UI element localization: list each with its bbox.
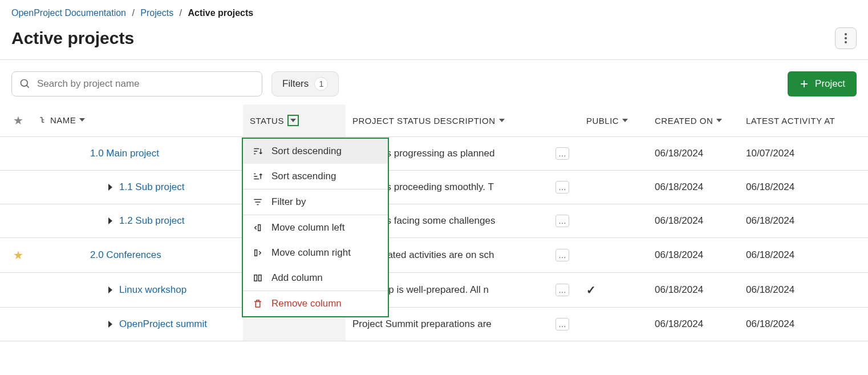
columns-icon <box>252 273 263 283</box>
expand-description-button[interactable]: … <box>555 215 569 227</box>
created-on-cell: 06/18/2024 <box>648 273 739 308</box>
column-created[interactable]: CREATED ON <box>648 104 739 137</box>
caret-down-icon <box>622 119 628 122</box>
latest-activity-cell: 06/18/2024 <box>739 171 868 204</box>
column-activity[interactable]: LATEST ACTIVITY AT <box>739 104 868 137</box>
add-project-button[interactable]: Project <box>788 71 857 96</box>
table-row[interactable]: ★2.0 Conferencesence-related activities … <box>0 238 868 273</box>
expand-description-button[interactable]: … <box>555 147 569 160</box>
table-row[interactable]: 1.1 Sub projectproject is proceeding smo… <box>0 171 868 204</box>
favorite-cell[interactable]: ★ <box>0 238 32 273</box>
breadcrumb-current: Active projects <box>188 8 254 18</box>
public-cell <box>579 204 648 238</box>
project-link[interactable]: OpenProject summit <box>119 318 207 330</box>
column-dropdown-menu: Sort descending Sort ascending Filter by <box>242 138 389 317</box>
expand-icon[interactable] <box>108 184 112 191</box>
name-cell: Linux workshop <box>32 273 243 308</box>
remove-column-item[interactable]: Remove column <box>243 291 388 316</box>
move-left-icon <box>252 223 263 233</box>
breadcrumb-projects[interactable]: Projects <box>140 8 173 18</box>
check-icon: ✓ <box>586 284 596 296</box>
latest-activity-cell: 06/18/2024 <box>739 238 868 273</box>
breadcrumb-root[interactable]: OpenProject Documentation <box>11 8 126 18</box>
search-input[interactable] <box>11 71 262 96</box>
filters-label: Filters <box>282 78 309 90</box>
trash-icon <box>252 299 263 309</box>
sort-descending-item[interactable]: Sort descending <box>243 139 388 164</box>
created-on-cell: 06/18/2024 <box>648 204 739 238</box>
svg-rect-4 <box>258 225 261 231</box>
more-actions-button[interactable] <box>835 27 857 49</box>
caret-down-icon <box>499 119 505 122</box>
svg-rect-6 <box>254 275 257 281</box>
created-on-cell: 06/18/2024 <box>648 238 739 273</box>
sort-desc-icon <box>252 146 263 156</box>
svg-line-1 <box>27 86 29 88</box>
search-icon <box>19 78 31 90</box>
table-row[interactable]: Linux workshopworkshop is well-prepared.… <box>0 273 868 308</box>
project-link[interactable]: 1.1 Sub project <box>119 182 184 193</box>
project-link[interactable]: 1.0 Main project <box>90 148 159 159</box>
kebab-icon <box>845 33 847 43</box>
expand-icon[interactable] <box>108 217 112 224</box>
column-public[interactable]: PUBLIC <box>579 104 648 137</box>
project-link[interactable]: Linux workshop <box>119 284 186 296</box>
created-on-cell: 06/18/2024 <box>648 308 739 341</box>
expand-icon[interactable] <box>108 321 112 328</box>
public-cell <box>579 238 648 273</box>
column-status[interactable]: STATUS Sort descending Sort ascending <box>243 104 346 137</box>
public-cell <box>579 137 648 171</box>
svg-rect-7 <box>259 275 262 281</box>
expand-description-button[interactable]: … <box>555 318 569 330</box>
name-cell: 1.2 Sub project <box>32 204 243 238</box>
filter-by-item[interactable]: Filter by <box>243 189 388 215</box>
move-column-left-item[interactable]: Move column left <box>243 215 388 240</box>
move-right-icon <box>252 248 263 258</box>
latest-activity-cell: 06/18/2024 <box>739 273 868 308</box>
public-cell <box>579 171 648 204</box>
page-title: Active projects <box>11 29 134 48</box>
favorite-cell[interactable] <box>0 308 32 341</box>
sort-ascending-item[interactable]: Sort ascending <box>243 164 388 189</box>
table-row[interactable]: 1.0 Main projectproject is progressing a… <box>0 137 868 171</box>
name-cell: OpenProject summit <box>32 308 243 341</box>
name-cell: 1.0 Main project <box>32 137 243 171</box>
favorite-cell[interactable] <box>0 204 32 238</box>
svg-rect-5 <box>255 250 257 256</box>
table-row[interactable]: 1.2 Sub projectproject is facing some ch… <box>0 204 868 238</box>
expand-icon[interactable] <box>108 287 112 293</box>
favorite-cell[interactable] <box>0 171 32 204</box>
column-favorite[interactable]: ★ <box>0 104 32 137</box>
plus-icon <box>799 79 809 89</box>
created-on-cell: 06/18/2024 <box>648 171 739 204</box>
hierarchy-icon <box>39 116 47 124</box>
projects-table: ★ NAME STATUS Sort de <box>0 104 868 341</box>
project-link[interactable]: 2.0 Conferences <box>90 249 161 261</box>
created-on-cell: 06/18/2024 <box>648 137 739 171</box>
move-column-right-item[interactable]: Move column right <box>243 240 388 265</box>
caret-down-icon <box>290 119 296 122</box>
breadcrumb: OpenProject Documentation / Projects / A… <box>0 0 868 23</box>
project-link[interactable]: 1.2 Sub project <box>119 215 184 227</box>
table-row[interactable]: OpenProject summitProject Summit prepara… <box>0 308 868 341</box>
favorite-cell[interactable] <box>0 273 32 308</box>
description-text: Project Summit preparations are <box>352 318 550 330</box>
add-column-item[interactable]: Add column <box>243 265 388 291</box>
expand-description-button[interactable]: … <box>555 249 569 261</box>
public-cell <box>579 308 648 341</box>
star-icon: ★ <box>13 249 23 261</box>
column-description[interactable]: PROJECT STATUS DESCRIPTION <box>346 104 579 137</box>
caret-down-icon <box>79 118 85 122</box>
caret-down-icon <box>716 119 722 122</box>
svg-point-0 <box>21 80 28 87</box>
status-dropdown-trigger[interactable] <box>287 115 299 126</box>
column-name[interactable]: NAME <box>32 104 243 137</box>
name-cell: 2.0 Conferences <box>32 238 243 273</box>
filters-button[interactable]: Filters 1 <box>271 71 339 96</box>
expand-description-button[interactable]: … <box>555 181 569 193</box>
latest-activity-cell: 06/18/2024 <box>739 204 868 238</box>
expand-description-button[interactable]: … <box>555 284 569 296</box>
filters-count-badge: 1 <box>314 77 328 91</box>
filter-icon <box>252 197 263 207</box>
favorite-cell[interactable] <box>0 137 32 171</box>
